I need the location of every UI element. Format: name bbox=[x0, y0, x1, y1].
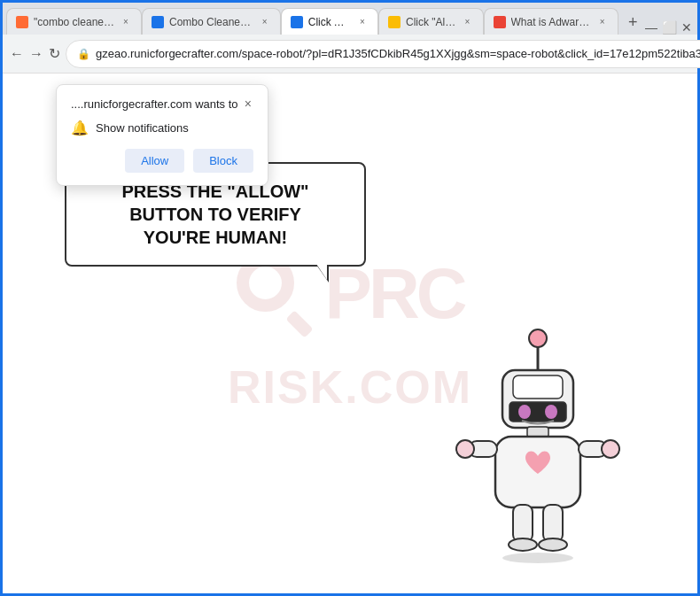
svg-point-10 bbox=[456, 440, 474, 458]
robot-illustration bbox=[449, 319, 626, 558]
bubble-text-line1: PRESS THE "ALLOW" BUTTON TO VERIFY YOU'R… bbox=[88, 180, 343, 249]
browser-frame: "combo cleaner" -... × Combo Cleaner Pr.… bbox=[0, 0, 700, 596]
refresh-icon: ↻ bbox=[49, 45, 60, 62]
svg-point-5 bbox=[518, 405, 531, 419]
notification-popup: ....runicforgecrafter.com wants to × 🔔 S… bbox=[56, 84, 268, 186]
tab-1[interactable]: "combo cleaner" -... × bbox=[6, 8, 142, 35]
forward-button[interactable]: → bbox=[29, 40, 43, 68]
forward-icon: → bbox=[29, 46, 43, 62]
tab-3-favicon bbox=[291, 16, 303, 28]
popup-buttons: Allow Block bbox=[71, 149, 253, 173]
tab-4-label: Click "Allow" bbox=[406, 16, 456, 28]
tab-2-favicon bbox=[152, 16, 164, 28]
svg-point-17 bbox=[502, 553, 573, 563]
watermark-risk: RISK.COM bbox=[228, 360, 472, 414]
tab-5[interactable]: What is Adware V... × bbox=[484, 8, 618, 35]
new-tab-button[interactable]: + bbox=[622, 10, 644, 35]
popup-close-button[interactable]: × bbox=[243, 97, 253, 110]
maximize-button[interactable]: ⬜ bbox=[662, 20, 676, 35]
popup-header: ....runicforgecrafter.com wants to × bbox=[71, 97, 253, 111]
tab-1-favicon bbox=[16, 16, 28, 28]
watermark: PRC RISK.COM bbox=[228, 254, 472, 414]
svg-point-15 bbox=[509, 538, 537, 551]
svg-rect-3 bbox=[513, 375, 563, 399]
tab-5-label: What is Adware V... bbox=[511, 16, 591, 28]
tab-5-close[interactable]: × bbox=[596, 16, 609, 28]
svg-rect-13 bbox=[513, 505, 533, 542]
tab-4[interactable]: Click "Allow" × bbox=[378, 8, 484, 35]
refresh-button[interactable]: ↻ bbox=[49, 40, 60, 68]
svg-rect-4 bbox=[509, 402, 566, 422]
security-icon: 🔒 bbox=[77, 48, 90, 60]
block-button[interactable]: Block bbox=[193, 149, 253, 173]
tab-2-close[interactable]: × bbox=[259, 16, 271, 28]
back-button[interactable]: ← bbox=[10, 40, 24, 68]
tab-1-label: "combo cleaner" -... bbox=[34, 16, 114, 28]
svg-rect-14 bbox=[543, 505, 563, 542]
svg-point-16 bbox=[539, 538, 567, 551]
tab-1-close[interactable]: × bbox=[120, 16, 132, 28]
close-window-button[interactable]: ✕ bbox=[680, 20, 694, 35]
allow-button[interactable]: Allow bbox=[125, 149, 184, 173]
svg-point-12 bbox=[602, 440, 619, 458]
tab-3[interactable]: Click Allow × bbox=[281, 8, 378, 35]
tab-3-close[interactable]: × bbox=[356, 16, 369, 28]
watermark-prc: PRC bbox=[325, 259, 464, 329]
address-bar[interactable]: 🔒 gzeao.runicforgecrafter.com/space-robo… bbox=[66, 40, 700, 68]
page-content: PRC RISK.COM ....runicforgecrafter.com w… bbox=[3, 74, 697, 593]
bell-icon: 🔔 bbox=[71, 120, 89, 136]
address-text: gzeao.runicforgecrafter.com/space-robot/… bbox=[96, 47, 700, 60]
nav-bar: ← → ↻ 🔒 gzeao.runicforgecrafter.com/spac… bbox=[3, 35, 697, 74]
tabs-bar: "combo cleaner" -... × Combo Cleaner Pr.… bbox=[3, 3, 697, 35]
svg-point-1 bbox=[529, 329, 547, 347]
tab-2-label: Combo Cleaner Pr... bbox=[169, 16, 253, 28]
tab-5-favicon bbox=[494, 16, 506, 28]
tab-4-favicon bbox=[388, 16, 401, 28]
popup-title: ....runicforgecrafter.com wants to bbox=[71, 97, 238, 111]
tab-4-close[interactable]: × bbox=[462, 16, 474, 28]
permission-text: Show notifications bbox=[96, 121, 189, 135]
popup-permission-row: 🔔 Show notifications bbox=[71, 120, 253, 136]
minimize-button[interactable]: — bbox=[644, 20, 658, 35]
tab-2[interactable]: Combo Cleaner Pr... × bbox=[142, 8, 281, 35]
svg-point-6 bbox=[545, 405, 557, 419]
back-icon: ← bbox=[10, 46, 24, 62]
tab-3-label: Click Allow bbox=[308, 16, 351, 28]
